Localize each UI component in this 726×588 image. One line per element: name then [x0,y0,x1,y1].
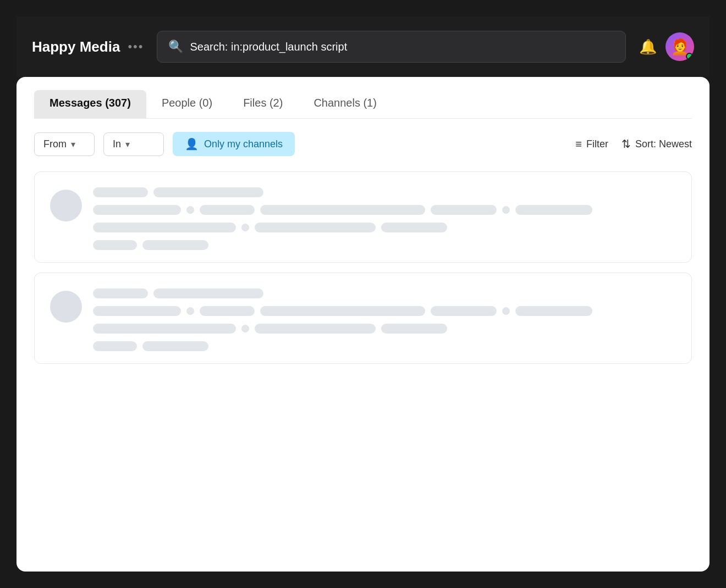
only-my-channels-label: Only my channels [204,138,283,150]
skeleton-dot-3 [241,224,249,231]
skeleton-row-2-4 [93,341,676,351]
skeleton-row-1 [93,187,676,197]
skeleton-row-2 [93,205,676,215]
in-chevron-icon: ▾ [125,139,130,149]
skeleton-dot-2-2 [502,307,510,315]
filter-right-controls: ≡ Filter ⇅ Sort: Newest [575,137,692,151]
skeleton-text-3 [260,205,425,215]
message-avatar-2 [50,291,82,323]
skeleton-text-2 [200,205,255,215]
skeleton-row-2-2 [93,306,676,316]
skeleton-dot-2-3 [241,325,249,332]
workspace-name: Happy Media [32,38,120,56]
skeleton-text-2-4 [431,306,497,316]
search-query: Search: in:product_launch script [190,41,347,53]
main-content: Messages (307) People (0) Files (2) Chan… [16,77,710,572]
avatar[interactable]: 🧑‍🦰 [666,32,694,61]
skeleton-text-2-10 [142,341,208,351]
skeleton-row-3 [93,223,676,232]
from-label: From [43,138,67,150]
skeleton-dot-1 [186,206,194,214]
message-content [93,187,676,250]
search-bar[interactable]: 🔍 Search: in:product_launch script [157,31,626,63]
sort-label: Sort: Newest [635,138,692,150]
skeleton-text-8 [381,223,447,232]
skeleton-text-2-9 [93,341,137,351]
from-dropdown[interactable]: From ▾ [34,132,95,156]
person-icon: 👤 [185,137,199,151]
skeleton-text-2-1 [93,306,181,316]
workspace-dots: ••• [128,40,144,54]
from-chevron-icon: ▾ [71,139,75,149]
tab-channels[interactable]: Channels (1) [298,90,392,118]
tab-files[interactable]: Files (2) [228,90,298,118]
skeleton-text-2-8 [381,324,447,334]
message-card [34,171,692,263]
skeleton-text-10 [142,240,208,250]
filter-lines-icon: ≡ [575,138,582,151]
only-my-channels-button[interactable]: 👤 Only my channels [173,132,295,156]
message-content-2 [93,289,676,351]
skeleton-text-2-3 [260,306,425,316]
skeleton-text-2-7 [255,324,376,334]
skeleton-dot-2-1 [186,307,194,315]
skeleton-row-2-1 [93,289,676,298]
skeleton-text-5 [515,205,592,215]
skeleton-text-2-5 [515,306,592,316]
bell-icon[interactable]: 🔔 [639,38,657,56]
skeleton-text-6 [93,223,236,232]
skeleton-text-2-6 [93,324,236,334]
tab-messages[interactable]: Messages (307) [34,90,146,118]
skeleton-text-7 [255,223,376,232]
online-indicator [686,53,693,60]
message-avatar [50,190,82,221]
filter-bar: From ▾ In ▾ 👤 Only my channels ≡ Filter … [34,132,692,156]
skeleton-timestamp [153,187,263,197]
search-icon: 🔍 [168,40,183,54]
tabs: Messages (307) People (0) Files (2) Chan… [34,90,692,119]
filter-button[interactable]: ≡ Filter [575,138,608,151]
skeleton-text-4 [431,205,497,215]
message-card-2 [34,273,692,364]
skeleton-text-9 [93,240,137,250]
skeleton-timestamp-2 [153,289,263,298]
sort-icon: ⇅ [622,137,631,151]
skeleton-text-2-2 [200,306,255,316]
skeleton-name [93,187,148,197]
tab-people[interactable]: People (0) [146,90,228,118]
in-label: In [113,138,121,150]
header-right: 🔔 🧑‍🦰 [639,32,694,61]
skeleton-dot-2 [502,206,510,214]
skeleton-name-2 [93,289,148,298]
in-dropdown[interactable]: In ▾ [103,132,164,156]
header: Happy Media ••• 🔍 Search: in:product_lau… [16,16,710,77]
sort-button[interactable]: ⇅ Sort: Newest [622,137,692,151]
skeleton-row-4 [93,240,676,250]
filter-label: Filter [586,138,608,150]
skeleton-row-2-3 [93,324,676,334]
skeleton-text-1 [93,205,181,215]
